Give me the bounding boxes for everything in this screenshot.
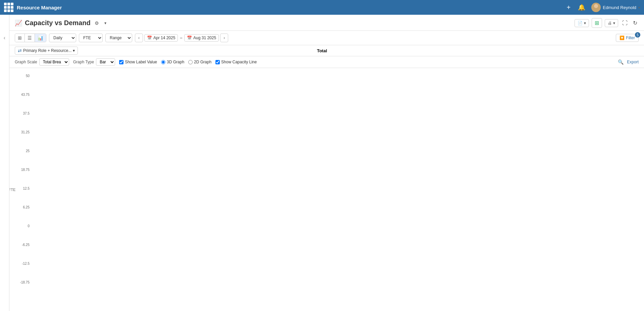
svg-text:28.00: 28.00 (227, 134, 234, 138)
nav-right: + 🔔 Edmund Reynold ▾ (565, 2, 640, 13)
show-capacity-checkbox[interactable]: Show Capacity Line (215, 60, 257, 64)
period-select[interactable]: Daily Weekly Monthly (49, 34, 76, 42)
sidebar-toggle[interactable]: ‹ (0, 15, 9, 311)
pdf-export-button[interactable]: 📄 ▾ (575, 19, 589, 27)
calendar-to-icon: 📅 (187, 36, 192, 40)
svg-text:41.00: 41.00 (341, 162, 349, 165)
y-label-50: 50 (15, 74, 31, 78)
scale-label: Graph Scale (15, 60, 37, 64)
add-button[interactable]: + (565, 2, 572, 13)
svg-marker-101 (258, 226, 260, 246)
date-prev-button[interactable]: ‹ (135, 34, 143, 42)
2d-graph-text: 2D Graph (194, 60, 211, 64)
svg-text:Apr 29 2025: Apr 29 2025 (377, 306, 391, 311)
svg-marker-66 (190, 122, 192, 227)
unit-select[interactable]: FTE Hours (79, 34, 103, 42)
svg-text:-6.50: -6.50 (181, 249, 188, 252)
fullscreen-button[interactable]: ⛶ (621, 19, 629, 27)
2d-graph-radio[interactable]: 2D Graph (188, 60, 211, 64)
y-label-3125: 31.25 (15, 130, 31, 134)
svg-point-273 (617, 142, 620, 145)
svg-marker-97 (248, 140, 260, 142)
app-grid-icon[interactable] (4, 3, 13, 12)
y-label-4375: 43.75 (15, 93, 31, 97)
refresh-button[interactable]: ↻ (632, 18, 639, 27)
scale-select[interactable]: Total Brea (39, 58, 69, 66)
show-label-text: Show Label Value (125, 60, 157, 64)
svg-marker-59 (144, 226, 146, 253)
print-button[interactable]: 🖨 ▾ (605, 19, 618, 27)
svg-marker-77 (202, 127, 215, 128)
page-header: 📈 Capacity vs Demand ⚙ ▾ 📄 ▾ ⊞ 🖨 ▾ ⛶ ↻ (9, 15, 644, 31)
y-label-375: 37.5 (15, 112, 31, 115)
view-grid-small[interactable]: ⊞ (15, 34, 25, 42)
date-from-field[interactable]: 📅 Apr 14 2025 (144, 34, 178, 42)
svg-text:27.50: 27.50 (67, 136, 75, 139)
excel-export-button[interactable]: ⊞ (592, 18, 602, 28)
chart-container: FTE 50 43.75 37.5 31.25 25 18.75 12.5 6.… (9, 68, 644, 311)
svg-point-1 (593, 9, 599, 12)
3d-graph-radio[interactable]: 3D Graph (161, 60, 184, 64)
svg-marker-144 (396, 146, 398, 227)
svg-text:May 05 2025: May 05 2025 (513, 306, 528, 311)
search-button[interactable]: 🔍 (618, 59, 624, 65)
svg-marker-112 (304, 96, 306, 227)
date-next-button[interactable]: › (220, 34, 228, 42)
print-dropdown-arrow: ▾ (613, 21, 615, 25)
date-to-field[interactable]: 📅 Aug 31 2025 (184, 34, 219, 42)
notifications-button[interactable]: 🔔 (577, 2, 587, 12)
view-grid-large[interactable]: ☰ (25, 34, 35, 42)
svg-text:May 07 2025: May 07 2025 (559, 306, 574, 311)
svg-text:7.00: 7.00 (113, 215, 119, 219)
svg-rect-167 (431, 227, 441, 239)
svg-marker-47 (121, 159, 123, 206)
title-dropdown-button[interactable]: ▾ (103, 19, 108, 27)
settings-button[interactable]: ⚙ (93, 19, 100, 27)
chart-inner: FTE 50 43.75 37.5 31.25 25 18.75 12.5 6.… (9, 68, 644, 311)
chart-svg: 27.5021.006.50Apr 14 202527.5022.005.50A… (33, 68, 637, 311)
svg-text:-6.00: -6.00 (250, 247, 257, 251)
show-capacity-input[interactable] (215, 60, 220, 64)
svg-text:Apr 16 2025: Apr 16 2025 (80, 306, 94, 311)
user-menu[interactable]: Edmund Reynold ▾ (591, 3, 640, 12)
show-label-checkbox[interactable]: Show Label Value (119, 60, 157, 64)
svg-marker-107 (271, 96, 283, 98)
svg-text:May 09 2025: May 09 2025 (605, 306, 620, 311)
svg-marker-151 (408, 146, 420, 148)
page-wrapper: ‹ 📈 Capacity vs Demand ⚙ ▾ 📄 ▾ ⊞ 🖨 (0, 15, 644, 311)
show-label-input[interactable] (119, 60, 123, 64)
3d-graph-text: 3D Graph (167, 60, 184, 64)
y-axis: FTE 50 43.75 37.5 31.25 25 18.75 12.5 6.… (9, 68, 33, 311)
role-label: Primary Role + Resource... (23, 48, 71, 53)
svg-text:28.00: 28.00 (249, 182, 257, 185)
role-select[interactable]: ⇄ Primary Role + Resource... ▾ (15, 47, 78, 55)
svg-point-267 (435, 159, 437, 162)
svg-text:4.00: 4.00 (90, 220, 96, 223)
app-title: Resource Manager (17, 5, 62, 10)
svg-text:9.00: 9.00 (616, 212, 622, 215)
svg-text:-5.00: -5.00 (204, 244, 211, 248)
type-select[interactable]: Bar Line (96, 58, 115, 66)
svg-text:3.00: 3.00 (570, 221, 576, 225)
svg-text:0.00: 0.00 (159, 223, 165, 226)
chevron-left-icon: ‹ (4, 35, 5, 41)
export-button[interactable]: Export (627, 60, 639, 64)
y-label-neg1875: -18.75 (15, 281, 31, 284)
svg-marker-139 (373, 226, 375, 258)
filter-button[interactable]: 5 🔽 Filter (616, 34, 639, 42)
svg-marker-67 (180, 122, 192, 123)
chart-plot[interactable]: 27.5021.006.50Apr 14 202527.5022.005.50A… (33, 68, 644, 311)
svg-point-255 (115, 159, 117, 162)
y-axis-title: FTE (9, 188, 15, 192)
svg-text:May 03 2025: May 03 2025 (467, 306, 482, 311)
svg-text:22.00: 22.00 (592, 153, 600, 156)
svg-point-258 (206, 142, 209, 145)
view-bar-chart[interactable]: 📊 (35, 34, 46, 42)
nav-left: Resource Manager (4, 3, 62, 12)
range-select[interactable]: Range Custom (105, 34, 132, 42)
svg-text:19.00: 19.00 (569, 188, 577, 191)
role-icon: ⇄ (18, 48, 22, 53)
y-label-25: 25 (15, 149, 31, 153)
svg-text:26.00: 26.00 (409, 140, 417, 144)
svg-text:42.50: 42.50 (273, 90, 280, 94)
